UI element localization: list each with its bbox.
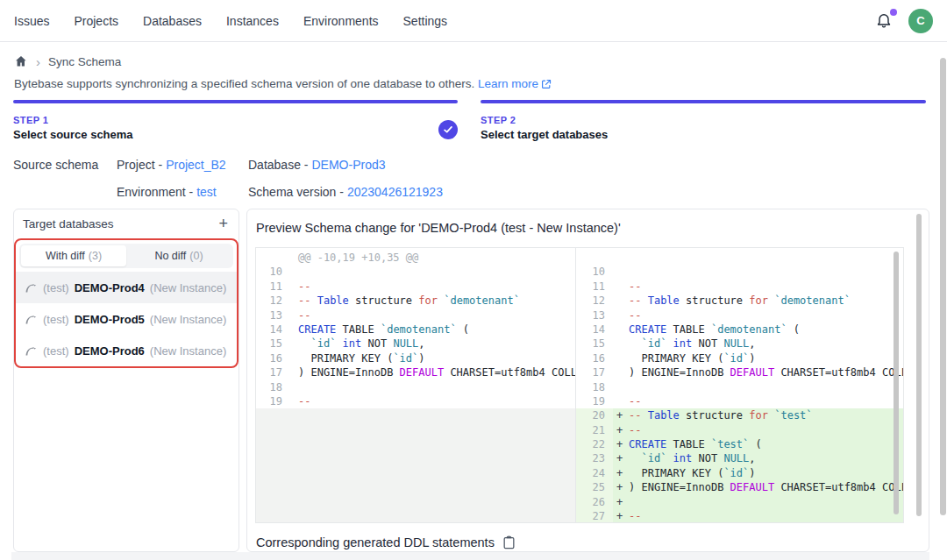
field-schema-version: Schema version -20230426121923 — [248, 185, 443, 199]
target-name: DEMO-Prod4 — [75, 281, 145, 294]
diff-line: 19-- — [256, 394, 575, 408]
target-env: (test) — [43, 281, 69, 294]
field-project-label: Project - — [117, 158, 162, 172]
diff-line: 23+ `id` int NOT NULL, — [576, 451, 903, 465]
field-environment-label: Environment - — [117, 185, 193, 199]
diff-line: 18 — [256, 380, 575, 394]
diff-line: 12-- Table structure for `demotenant` — [256, 294, 575, 308]
schema-version-link[interactable]: 20230426121923 — [347, 185, 443, 199]
home-icon[interactable] — [14, 54, 28, 68]
panel-scrollbar[interactable] — [916, 214, 922, 516]
source-schema-summary: Source schema Project -Project_B2 Databa… — [13, 156, 443, 199]
mysql-icon — [25, 313, 38, 326]
step-2-title: Select target databases — [481, 128, 608, 141]
diff-line: 18 — [576, 380, 903, 394]
diff-line: 14CREATE TABLE `demotenant` ( — [256, 323, 575, 337]
diff-line: 26+ — [576, 495, 903, 509]
target-suffix: (New Instance) — [150, 313, 226, 326]
tab-no-diff-count: (0) — [189, 250, 203, 262]
highlight-red-box: With diff (3) No diff (0) (test) DEMO-Pr… — [14, 238, 239, 368]
intro-text: Bytebase supports synchronizing a specif… — [14, 77, 552, 90]
diff-line: 21+-- — [576, 423, 903, 437]
schema-preview-panel: Preview Schema change for 'DEMO-Prod4 (t… — [246, 209, 929, 552]
notifications-button[interactable] — [875, 11, 894, 31]
diff-pane-modified: 1011--12-- Table structure for `demotena… — [576, 248, 903, 522]
main-nav: IssuesProjectsDatabasesInstancesEnvironm… — [14, 14, 447, 28]
diff-line: 10 — [576, 265, 903, 279]
breadcrumb-current: Sync Schema — [48, 55, 121, 68]
field-environment: Environment -test — [117, 185, 248, 199]
diff-line: 25+) ENGINE=InnoDB DEFAULT CHARSET=utf8m… — [576, 480, 903, 494]
target-name: DEMO-Prod6 — [75, 344, 145, 358]
field-project: Project -Project_B2 — [117, 158, 248, 172]
step-2[interactable]: STEP 2 Select target databases — [481, 100, 926, 141]
diff-header-spacer — [576, 251, 903, 265]
diff-line: 22+CREATE TABLE `test` ( — [576, 437, 903, 451]
sync-schema-page: IssuesProjectsDatabasesInstancesEnvironm… — [0, 0, 947, 560]
external-link-icon — [541, 79, 552, 89]
breadcrumb: › Sync Schema — [14, 54, 121, 68]
diff-hunk-header: @@ -10,19 +10,35 @@ — [256, 251, 575, 265]
page-scrollbar[interactable] — [940, 58, 946, 515]
learn-more-link[interactable]: Learn more — [478, 77, 538, 90]
preview-title: Preview Schema change for 'DEMO-Prod4 (t… — [256, 221, 621, 235]
diff-line: 17) ENGINE=InnoDB DEFAULT CHARSET=utf8mb… — [576, 365, 903, 379]
tab-no-diff-label: No diff — [154, 250, 186, 262]
diff-line: 16 PRIMARY KEY (`id`) — [256, 351, 575, 365]
page-bottom-strip — [11, 552, 929, 560]
nav-item-databases[interactable]: Databases — [143, 14, 202, 28]
nav-right-group: C — [875, 9, 933, 33]
source-schema-label: Source schema — [13, 156, 117, 199]
nav-item-settings[interactable]: Settings — [403, 14, 448, 28]
target-databases-title: Target databases — [23, 217, 114, 230]
diff-line: 15 `id` int NOT NULL, — [576, 337, 903, 351]
diff-line: 19-- — [576, 394, 903, 408]
step-1[interactable]: STEP 1 Select source schema — [13, 100, 458, 141]
avatar[interactable]: C — [908, 9, 933, 33]
diff-line: 20+-- Table structure for `test` — [576, 408, 903, 422]
project-link[interactable]: Project_B2 — [166, 158, 225, 172]
diff-line: 14CREATE TABLE `demotenant` ( — [576, 323, 903, 337]
diff-editor[interactable]: @@ -10,19 +10,35 @@1011--12-- Table stru… — [255, 247, 904, 523]
tab-no-diff[interactable]: No diff (0) — [126, 245, 231, 266]
field-schema-version-label: Schema version - — [248, 185, 344, 199]
tab-with-diff[interactable]: With diff (3) — [21, 245, 126, 266]
step-1-label: STEP 1 — [13, 115, 133, 125]
target-suffix: (New Instance) — [150, 344, 226, 358]
add-target-database-button[interactable]: + — [217, 216, 230, 231]
step-complete-check-icon — [438, 120, 458, 139]
intro-sentence: Bytebase supports synchronizing a specif… — [14, 77, 474, 90]
target-env: (test) — [43, 344, 69, 358]
nav-item-environments[interactable]: Environments — [303, 14, 379, 28]
editor-scrollbar[interactable] — [894, 252, 899, 514]
target-database-item[interactable]: (test) DEMO-Prod6 (New Instance) — [16, 335, 237, 366]
diff-empty-filler — [256, 408, 575, 522]
target-databases-panel: Target databases + With diff (3) No diff… — [13, 209, 239, 552]
step-1-title: Select source schema — [13, 128, 133, 141]
target-env: (test) — [43, 313, 69, 326]
diff-line: 24+ PRIMARY KEY (`id`) — [576, 466, 903, 480]
target-database-item[interactable]: (test) DEMO-Prod4 (New Instance) — [16, 272, 237, 303]
target-database-item[interactable]: (test) DEMO-Prod5 (New Instance) — [16, 303, 237, 335]
diff-tabs: With diff (3) No diff (0) — [19, 244, 233, 268]
nav-item-projects[interactable]: Projects — [74, 14, 118, 28]
diff-pane-original: @@ -10,19 +10,35 @@1011--12-- Table stru… — [256, 248, 576, 522]
chevron-right-icon: › — [36, 55, 40, 68]
mysql-icon — [25, 344, 38, 358]
target-name: DEMO-Prod5 — [75, 313, 145, 326]
diff-line: 11-- — [256, 280, 575, 294]
diff-line: 13-- — [256, 308, 575, 323]
diff-line: 10 — [256, 265, 575, 279]
nav-item-issues[interactable]: Issues — [14, 14, 49, 28]
mysql-icon — [25, 281, 38, 294]
database-link[interactable]: DEMO-Prod3 — [311, 158, 385, 172]
diff-line: 16 PRIMARY KEY (`id`) — [576, 351, 903, 365]
nav-item-instances[interactable]: Instances — [226, 14, 279, 28]
target-suffix: (New Instance) — [150, 281, 226, 294]
environment-link[interactable]: test — [196, 185, 217, 199]
step-2-label: STEP 2 — [481, 115, 608, 125]
copy-icon[interactable] — [502, 535, 516, 549]
diff-line: 17) ENGINE=InnoDB DEFAULT CHARSET=utf8mb… — [256, 365, 575, 379]
diff-line: 12-- Table structure for `demotenant` — [576, 294, 903, 308]
notification-dot — [890, 9, 897, 16]
